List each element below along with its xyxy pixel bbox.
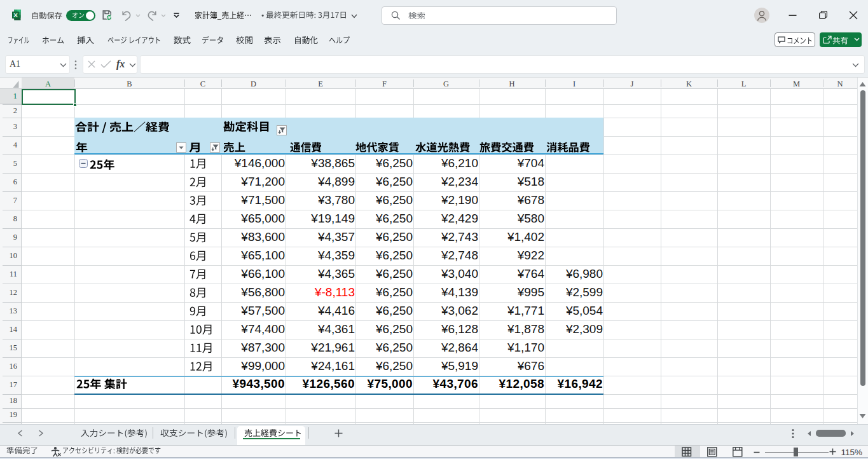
svg-text:X: X [13,11,18,18]
